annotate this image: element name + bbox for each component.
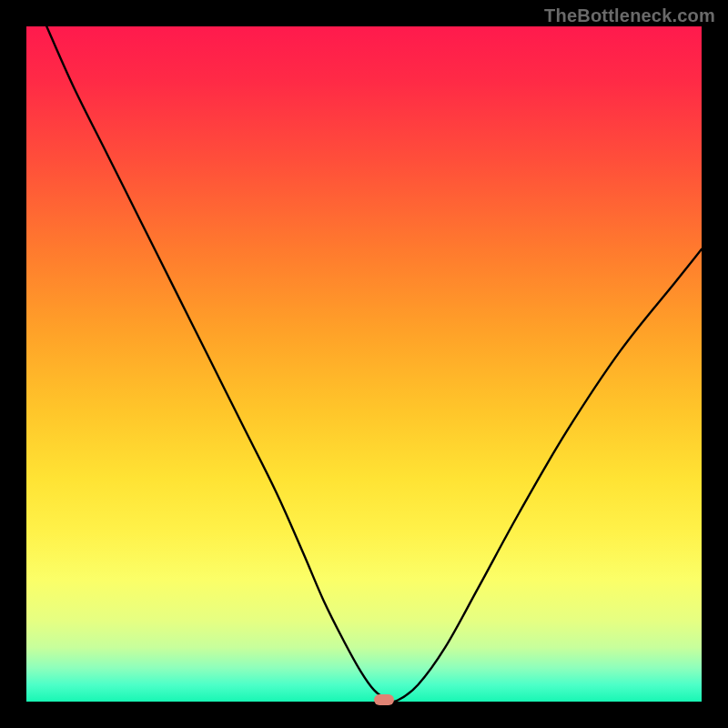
bottleneck-curve bbox=[46, 26, 702, 702]
optimal-point-marker bbox=[374, 694, 394, 705]
chart-frame: TheBottleneck.com bbox=[0, 0, 728, 728]
watermark-text: TheBottleneck.com bbox=[544, 5, 715, 26]
curve-layer bbox=[26, 26, 702, 702]
